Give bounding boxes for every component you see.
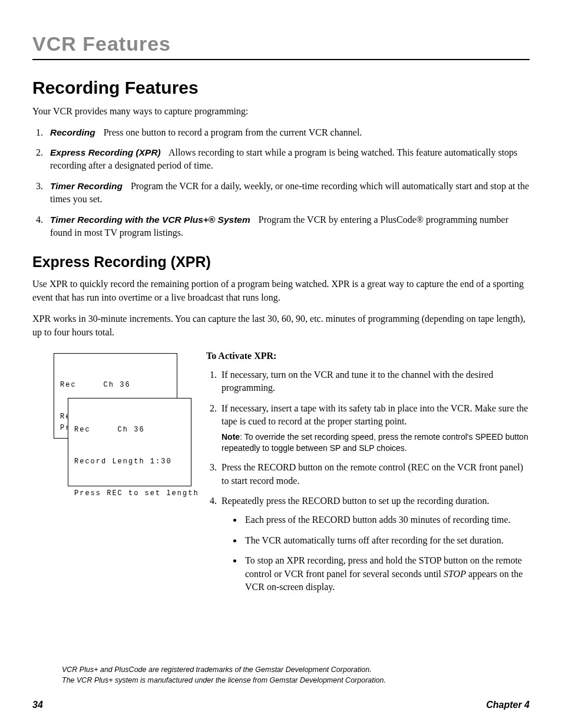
- feature-label: Timer Recording with the VCR Plus+® Syst…: [50, 215, 250, 225]
- osd-screen-2: Rec Ch 36 Record Length 1:30 Press REC t…: [68, 398, 191, 486]
- feature-item: Recording Press one button to record a p…: [45, 126, 530, 139]
- osd-line: Rec Ch 36: [74, 424, 185, 435]
- feature-label: Recording: [50, 127, 95, 137]
- feature-item: Timer Recording with the VCR Plus+® Syst…: [45, 213, 530, 240]
- footnote-line: The VCR Plus+ system is manufactured und…: [62, 676, 386, 686]
- bullet-item: To stop an XPR recording, press and hold…: [243, 554, 530, 594]
- chapter-label: Chapter 4: [486, 700, 530, 710]
- chapter-title: VCR Features: [32, 32, 530, 55]
- xpr-paragraph-1: Use XPR to quickly record the remaining …: [32, 278, 530, 304]
- feature-item: Express Recording (XPR) Allows recording…: [45, 146, 530, 173]
- osd-line: Rec Ch 36: [60, 380, 171, 390]
- feature-desc: Press one button to record a program fro…: [104, 127, 362, 137]
- heading-recording-features: Recording Features: [32, 78, 530, 98]
- heading-express-recording: Express Recording (XPR): [32, 253, 530, 271]
- divider: [32, 59, 530, 60]
- sub-bullets: Each press of the RECORD button adds 30 …: [222, 513, 530, 594]
- step-item: If necessary, insert a tape with its saf…: [219, 402, 530, 454]
- note: Note: To override the set recording spee…: [222, 431, 530, 454]
- footnote-line: VCR Plus+ and PlusCode are registered tr…: [62, 665, 386, 676]
- step-item: Repeatedly press the RECORD button to se…: [219, 495, 530, 594]
- osd-line: Press REC to set length: [74, 488, 185, 499]
- footnotes: VCR Plus+ and PlusCode are registered tr…: [62, 665, 386, 686]
- page-number: 34: [32, 700, 43, 710]
- features-list: Recording Press one button to record a p…: [32, 126, 530, 240]
- bullet-item: The VCR automatically turns off after re…: [243, 534, 530, 547]
- feature-label: Express Recording (XPR): [50, 147, 161, 157]
- page-footer: 34 Chapter 4: [32, 700, 530, 710]
- feature-item: Timer Recording Program the VCR for a da…: [45, 180, 530, 206]
- activate-heading: To Activate XPR:: [206, 351, 530, 361]
- intro-paragraph: Your VCR provides many ways to capture p…: [32, 105, 530, 118]
- note-label: Note: [222, 432, 240, 442]
- steps-list: If necessary, turn on the VCR and tune i…: [206, 368, 530, 594]
- feature-label: Timer Recording: [50, 181, 123, 191]
- osd-line: Record Length 1:30: [74, 456, 185, 467]
- osd-illustration: Rec Ch 36 Record Length 0:00 Pr Rec Ch 3…: [32, 351, 189, 601]
- bullet-item: Each press of the RECORD button adds 30 …: [243, 513, 530, 526]
- note-text: : To override the set recording speed, p…: [222, 432, 528, 453]
- step-item: If necessary, turn on the VCR and tune i…: [219, 368, 530, 395]
- bullet-emphasis: STOP: [444, 569, 466, 579]
- xpr-paragraph-2: XPR works in 30-minute increments. You c…: [32, 312, 530, 339]
- step-item: Press the RECORD button on the remote co…: [219, 461, 530, 487]
- step-text: Repeatedly press the RECORD button to se…: [222, 496, 490, 506]
- step-text: If necessary, insert a tape with its saf…: [222, 403, 528, 426]
